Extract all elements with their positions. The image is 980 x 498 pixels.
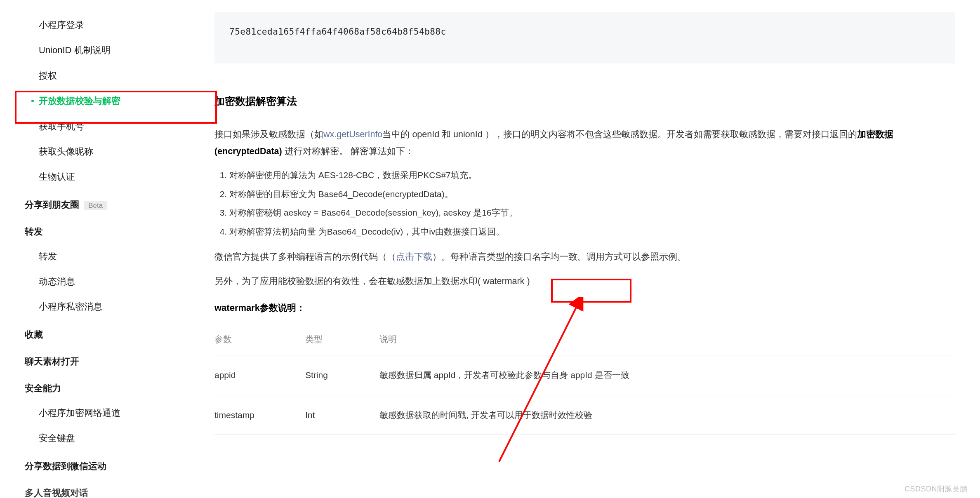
cell-param: timestamp	[214, 395, 305, 435]
table-row: timestamp Int 敏感数据获取的时间戳, 开发者可以用于数据时效性校验	[214, 395, 955, 435]
cell-desc: 敏感数据归属 appId，开发者可校验此参数与自身 appId 是否一致	[379, 355, 955, 395]
step-1: 对称解密使用的算法为 AES-128-CBC，数据采用PKCS#7填充。	[229, 167, 955, 183]
intro-paragraph: 接口如果涉及敏感数据（如wx.getUserInfo当中的 openId 和 u…	[214, 126, 955, 160]
cell-param: appid	[214, 355, 305, 395]
nav-item-login[interactable]: 小程序登录	[25, 12, 206, 38]
code-block-hash: 75e81ceda165f4ffa64f4068af58c64b8f54b88c	[214, 12, 955, 63]
nav-group-multicall[interactable]: 多人音视频对话	[25, 478, 206, 498]
watermark-note: 另外，为了应用能校验数据的有效性，会在敏感数据加上数据水印( watermark…	[214, 273, 955, 290]
intro-pre: 接口如果涉及敏感数据（如	[214, 129, 323, 139]
nav-item-private-msg[interactable]: 小程序私密消息	[25, 294, 206, 319]
table-row: appid String 敏感数据归属 appId，开发者可校验此参数与自身 a…	[214, 355, 955, 395]
beta-badge: Beta	[84, 201, 107, 210]
link-download-sample[interactable]: 点击下载	[396, 252, 432, 262]
watermark-params-title: watermark参数说明：	[214, 300, 955, 315]
nav-item-secure-keyboard[interactable]: 安全键盘	[25, 425, 206, 451]
nav-item-get-phone[interactable]: 获取手机号	[25, 114, 206, 139]
sample-post: ）。每种语言类型的接口名字均一致。调用方式可以参照示例。	[432, 252, 686, 262]
nav-group-share-moments[interactable]: 分享到朋友圈 Beta	[25, 190, 206, 216]
th-param: 参数	[214, 324, 305, 355]
algorithm-steps: 对称解密使用的算法为 AES-128-CBC，数据采用PKCS#7填充。 对称解…	[229, 167, 955, 240]
sample-paragraph: 微信官方提供了多种编程语言的示例代码（（点击下载）。每种语言类型的接口名字均一致…	[214, 249, 955, 265]
section-heading: 加密数据解密算法	[214, 92, 955, 110]
nav-item-bio-auth[interactable]: 生物认证	[25, 164, 206, 189]
nav-group-chat-material[interactable]: 聊天素材打开	[25, 346, 206, 373]
nav-item-dynamic-msg[interactable]: 动态消息	[25, 269, 206, 294]
watermark-params-table: 参数 类型 说明 appid String 敏感数据归属 appId，开发者可校…	[214, 324, 955, 435]
nav-item-get-avatar[interactable]: 获取头像昵称	[25, 139, 206, 164]
nav-item-encrypted-channel[interactable]: 小程序加密网络通道	[25, 400, 206, 425]
th-desc: 说明	[379, 324, 955, 355]
step-2: 对称解密的目标密文为 Base64_Decode(encryptedData)。	[229, 186, 955, 202]
nav-item-auth[interactable]: 授权	[25, 63, 206, 88]
sample-pre: 微信官方提供了多种编程语言的示例代码（（	[214, 252, 396, 262]
nav-group-label: 分享到朋友圈	[25, 200, 79, 210]
th-type: 类型	[305, 324, 379, 355]
csdn-watermark: CSDSDN阳源吴鹏	[905, 483, 968, 496]
nav-item-unionid[interactable]: UnionID 机制说明	[25, 38, 206, 63]
nav-group-forward[interactable]: 转发	[25, 216, 206, 243]
step-3: 对称解密秘钥 aeskey = Base64_Decode(session_ke…	[229, 205, 955, 221]
sidebar-nav: 小程序登录 UnionID 机制说明 授权 开放数据校验与解密 获取手机号 获取…	[0, 0, 206, 498]
nav-item-open-data-decrypt[interactable]: 开放数据校验与解密	[25, 88, 206, 113]
link-wxgetuserinfo[interactable]: wx.getUserInfo	[323, 129, 382, 139]
cell-type: Int	[305, 395, 379, 435]
cell-type: String	[305, 355, 379, 395]
intro-post: 进行对称解密。 解密算法如下：	[282, 146, 414, 156]
nav-group-favorite[interactable]: 收藏	[25, 319, 206, 346]
step-4: 对称解密算法初始向量 为Base64_Decode(iv)，其中iv由数据接口返…	[229, 224, 955, 240]
cell-desc: 敏感数据获取的时间戳, 开发者可以用于数据时效性校验	[379, 395, 955, 435]
nav-item-forward[interactable]: 转发	[25, 244, 206, 269]
content-area: 75e81ceda165f4ffa64f4068af58c64b8f54b88c…	[206, 0, 980, 498]
nav-group-share-sport[interactable]: 分享数据到微信运动	[25, 451, 206, 478]
nav-group-security[interactable]: 安全能力	[25, 373, 206, 400]
intro-mid: 当中的 openId 和 unionId ），接口的明文内容将不包含这些敏感数据…	[382, 129, 857, 139]
